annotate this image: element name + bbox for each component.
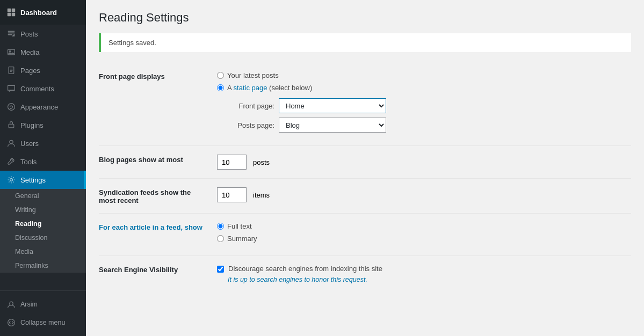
- front-page-control: Your latest posts A static page (select …: [217, 71, 631, 137]
- sidebar-dashboard-label: Dashboard: [20, 9, 57, 17]
- feed-article-control: Full text Summary: [217, 222, 631, 247]
- feed-article-row: For each article in a feed, show Full te…: [99, 214, 631, 256]
- sidebar-item-plugins[interactable]: Plugins: [0, 116, 86, 134]
- search-engine-row: Search Engine Visibility Discourage sear…: [99, 256, 631, 292]
- collapse-menu-button[interactable]: Collapse menu: [0, 313, 86, 332]
- submenu-discussion[interactable]: Discussion: [0, 231, 86, 245]
- feed-article-label: For each article in a feed, show: [99, 222, 217, 231]
- blog-pages-input[interactable]: 10: [217, 155, 247, 170]
- svg-rect-6: [8, 34, 12, 35]
- tools-icon: [6, 157, 16, 166]
- search-engine-checkbox-label: Discourage search engines from indexing …: [228, 265, 382, 273]
- feed-summary-option[interactable]: Summary: [217, 235, 631, 243]
- feed-full-text-input[interactable]: [217, 223, 224, 230]
- search-engine-note: It is up to search engines to honor this…: [228, 276, 631, 283]
- sidebar-user-label: Arsim: [20, 301, 38, 308]
- feed-summary-label: Summary: [227, 235, 257, 243]
- posts-page-select-label: Posts page:: [234, 121, 274, 129]
- radio-static-input[interactable]: [217, 84, 224, 91]
- sidebar-nav: Posts Media Pages: [0, 25, 86, 290]
- sidebar-footer: Arsim Collapse menu: [0, 290, 86, 336]
- svg-rect-0: [8, 9, 11, 12]
- front-page-label: Front page displays: [99, 71, 217, 81]
- sidebar-item-pages[interactable]: Pages: [0, 61, 86, 79]
- search-engine-label: Search Engine Visibility: [99, 265, 217, 274]
- submenu-media[interactable]: Media: [0, 245, 86, 259]
- static-page-link[interactable]: static page: [234, 84, 267, 92]
- main-content: Reading Settings Settings saved. Front p…: [86, 0, 644, 336]
- sidebar-item-users[interactable]: Users: [0, 134, 86, 152]
- sidebar-item-appearance[interactable]: Appearance: [0, 98, 86, 116]
- svg-rect-1: [12, 9, 15, 12]
- search-engine-control: Discourage search engines from indexing …: [217, 265, 631, 283]
- sidebar-comments-label: Comments: [20, 85, 54, 93]
- front-page-select-label: Front page:: [234, 102, 274, 110]
- plugins-icon: [6, 120, 16, 130]
- user-icon: [6, 300, 16, 309]
- submenu-permalinks[interactable]: Permalinks: [0, 259, 86, 273]
- submenu-writing[interactable]: Writing: [0, 203, 86, 217]
- settings-submenu: General Writing Reading Discussion Media…: [0, 189, 86, 273]
- sidebar: Dashboard Posts Media: [0, 0, 86, 336]
- appearance-icon: [6, 102, 16, 112]
- settings-saved-notice: Settings saved.: [99, 33, 631, 52]
- sidebar-users-label: Users: [20, 140, 39, 148]
- blog-pages-row: Blog pages show at most 10 posts: [99, 146, 631, 179]
- radio-static-label: A static page (select below): [227, 84, 312, 92]
- syndication-suffix: items: [253, 191, 270, 199]
- sidebar-pages-label: Pages: [20, 67, 40, 75]
- svg-point-16: [10, 179, 13, 181]
- collapse-icon: [6, 318, 16, 327]
- sidebar-item-media[interactable]: Media: [0, 43, 86, 61]
- syndication-input[interactable]: 10: [217, 187, 247, 202]
- media-icon: [6, 47, 16, 57]
- feed-full-text-label: Full text: [227, 222, 252, 230]
- sidebar-user[interactable]: Arsim: [0, 295, 86, 313]
- front-page-select[interactable]: Home: [279, 98, 386, 113]
- svg-point-15: [10, 140, 13, 143]
- syndication-control: 10 items: [217, 187, 631, 202]
- syndication-label: Syndication feeds show the most recent: [99, 187, 217, 204]
- syndication-row: Syndication feeds show the most recent 1…: [99, 179, 631, 214]
- radio-latest-input[interactable]: [217, 72, 224, 79]
- svg-rect-14: [9, 124, 14, 127]
- settings-icon: [6, 175, 16, 185]
- sidebar-item-settings[interactable]: Settings: [0, 171, 86, 189]
- blog-pages-label: Blog pages show at most: [99, 155, 217, 164]
- comments-icon: [6, 84, 16, 93]
- settings-form: Front page displays Your latest posts A …: [99, 63, 631, 292]
- submenu-reading[interactable]: Reading: [0, 217, 86, 231]
- feed-full-text-option[interactable]: Full text: [217, 222, 631, 230]
- radio-latest-option[interactable]: Your latest posts: [217, 71, 631, 79]
- search-engine-checkbox[interactable]: [217, 266, 224, 273]
- sidebar-plugins-label: Plugins: [20, 121, 44, 129]
- posts-page-select[interactable]: Blog: [279, 118, 386, 133]
- sidebar-settings-label: Settings: [20, 176, 46, 184]
- front-page-select-row: Front page: Home: [226, 98, 631, 113]
- radio-latest-label: Your latest posts: [227, 71, 279, 79]
- feed-summary-input[interactable]: [217, 235, 224, 242]
- svg-rect-4: [8, 31, 15, 32]
- sidebar-appearance-label: Appearance: [20, 103, 58, 111]
- page-title: Reading Settings: [99, 11, 631, 25]
- sidebar-media-label: Media: [20, 48, 39, 56]
- search-engine-checkbox-row: Discourage search engines from indexing …: [217, 265, 631, 273]
- svg-point-8: [9, 50, 11, 52]
- blog-pages-suffix: posts: [253, 158, 270, 166]
- blog-pages-control: 10 posts: [217, 155, 631, 170]
- submenu-general[interactable]: General: [0, 189, 86, 203]
- sidebar-item-posts[interactable]: Posts: [0, 25, 86, 43]
- svg-point-13: [8, 104, 15, 111]
- sidebar-dashboard-item[interactable]: Dashboard: [0, 0, 86, 25]
- svg-rect-2: [8, 13, 11, 16]
- svg-rect-7: [8, 49, 15, 55]
- sidebar-posts-label: Posts: [20, 30, 38, 38]
- sidebar-item-comments[interactable]: Comments: [0, 79, 86, 98]
- posts-icon: [6, 29, 16, 39]
- svg-point-17: [10, 302, 13, 305]
- sidebar-item-tools[interactable]: Tools: [0, 152, 86, 171]
- radio-static-option[interactable]: A static page (select below): [217, 84, 631, 92]
- front-page-row: Front page displays Your latest posts A …: [99, 63, 631, 146]
- users-icon: [6, 138, 16, 148]
- posts-page-select-row: Posts page: Blog: [226, 118, 631, 133]
